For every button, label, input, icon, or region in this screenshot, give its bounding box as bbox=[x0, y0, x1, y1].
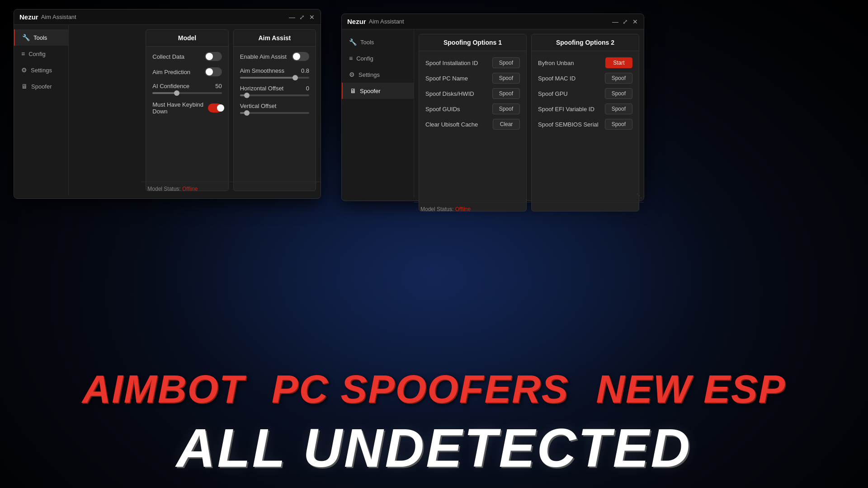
config-label-2: Config bbox=[356, 55, 373, 62]
aim-prediction-toggle[interactable] bbox=[205, 67, 222, 76]
sidebar-item-config-2[interactable]: ≡ Config bbox=[342, 50, 414, 66]
aim-panel-header: Aim Assist bbox=[234, 30, 316, 47]
aim-smoothness-value: 0.8 bbox=[301, 67, 309, 74]
main-content-1: Model Collect Data Aim Prediction bbox=[141, 25, 321, 196]
minimize-btn-2[interactable]: — bbox=[612, 19, 618, 25]
close-btn-2[interactable]: ✕ bbox=[632, 19, 638, 25]
spoofer-icon-2: 🖥 bbox=[350, 87, 356, 94]
byfron-unban-btn[interactable]: Start bbox=[605, 57, 632, 68]
maximize-btn-2[interactable]: ⤢ bbox=[622, 19, 628, 25]
spoof-efi-row: Spoof EFI Variable ID Spoof bbox=[538, 103, 632, 114]
settings-icon-1: ⚙ bbox=[21, 66, 27, 74]
spoof-disks-hwid-btn[interactable]: Spoof bbox=[492, 88, 520, 99]
spoof-efi-btn[interactable]: Spoof bbox=[605, 103, 632, 114]
spoof-gpu-row: Spoof GPU Spoof bbox=[538, 88, 632, 99]
spoof-gpu-btn[interactable]: Spoof bbox=[605, 88, 632, 99]
spoofer-label-1: Spoofer bbox=[31, 83, 52, 90]
collect-data-toggle[interactable] bbox=[205, 52, 222, 61]
panel-spoof2: Spoofing Options 2 Byfron Unban Start Sp… bbox=[531, 34, 639, 211]
sidebar-item-settings-1[interactable]: ⚙ Settings bbox=[14, 62, 68, 78]
sidebar-item-tools-1[interactable]: 🔧 Tools bbox=[14, 29, 68, 46]
enable-aim-assist-toggle[interactable] bbox=[292, 52, 309, 61]
tagline-aimbot: AIMBOT bbox=[82, 366, 245, 412]
status-label-1: Model Status: bbox=[147, 186, 180, 192]
tagline-esp: NEW ESP bbox=[596, 366, 786, 412]
spoof2-body: Byfron Unban Start Spoof MAC ID Spoof Sp… bbox=[532, 51, 639, 211]
close-btn-1[interactable]: ✕ bbox=[309, 14, 315, 20]
spoof-mac-id-btn[interactable]: Spoof bbox=[605, 73, 632, 84]
window-1-layout: 🔧 Tools ≡ Config ⚙ Settings 🖥 Spoofer Mo… bbox=[14, 25, 321, 214]
keybind-toggle[interactable] bbox=[208, 103, 222, 113]
spoofer-icon-1: 🖥 bbox=[21, 83, 28, 90]
tools-icon-1: 🔧 bbox=[22, 34, 30, 41]
ai-confidence-fill bbox=[152, 92, 177, 94]
enable-aim-assist-row: Enable Aim Assist bbox=[240, 52, 309, 61]
spoof-sembios-label: Spoof SEMBIOS Serial bbox=[538, 121, 599, 128]
spoof-mac-id-row: Spoof MAC ID Spoof bbox=[538, 73, 632, 84]
sidebar-item-config-1[interactable]: ≡ Config bbox=[14, 46, 68, 62]
spoof1-header: Spoofing Options 1 bbox=[419, 34, 526, 51]
spoof-installation-id-label: Spoof Installation ID bbox=[425, 60, 478, 66]
vertical-offset-track[interactable] bbox=[240, 112, 309, 114]
spoof-pc-name-label: Spoof PC Name bbox=[425, 75, 468, 82]
undetected-label: ALL UNDETECTED bbox=[0, 417, 868, 479]
horizontal-offset-thumb[interactable] bbox=[244, 93, 250, 98]
tools-label-2: Tools bbox=[360, 39, 374, 46]
titlebar-2: Nezur Aim Assistant — ⤢ ✕ bbox=[342, 14, 644, 29]
status-bar-1: Model Status: Offline bbox=[141, 182, 321, 196]
main-content-2: Spoofing Options 1 Spoof Installation ID… bbox=[414, 29, 644, 216]
spoof-guids-btn[interactable]: Spoof bbox=[492, 103, 520, 114]
status-bar-2: Model Status: Offline bbox=[414, 202, 644, 216]
ai-confidence-label: AI Confidence bbox=[152, 83, 189, 89]
spoof-sembios-row: Spoof SEMBIOS Serial Spoof bbox=[538, 119, 632, 130]
sidebar-item-tools-2[interactable]: 🔧 Tools bbox=[342, 34, 414, 50]
resize-handle-2[interactable]: ⋱ bbox=[637, 192, 642, 199]
model-panel-body: Collect Data Aim Prediction AI Confidenc… bbox=[146, 47, 228, 191]
horizontal-offset-header: Horizontal Offset 0 bbox=[240, 85, 309, 92]
panel-aim: Aim Assist Enable Aim Assist Aim Smoothn… bbox=[233, 29, 316, 191]
controls-2: — ⤢ ✕ bbox=[612, 19, 638, 25]
clear-ubisoft-cache-row: Clear Ubisoft Cache Clear bbox=[425, 119, 520, 130]
minimize-btn-1[interactable]: — bbox=[289, 14, 295, 20]
status-value-1: Offline bbox=[182, 186, 198, 192]
tools-icon-2: 🔧 bbox=[349, 38, 357, 46]
vertical-offset-header: Vertical Offset bbox=[240, 103, 309, 109]
sub-1: Aim Assistant bbox=[41, 14, 76, 20]
spoof2-header: Spoofing Options 2 bbox=[532, 34, 639, 51]
spoof-pc-name-row: Spoof PC Name Spoof bbox=[425, 73, 520, 84]
ai-confidence-value: 50 bbox=[215, 83, 222, 89]
aim-smoothness-thumb[interactable] bbox=[292, 75, 298, 80]
clear-ubisoft-cache-btn[interactable]: Clear bbox=[493, 119, 520, 130]
spoof-efi-label: Spoof EFI Variable ID bbox=[538, 106, 594, 113]
tools-label-1: Tools bbox=[33, 34, 47, 41]
ai-confidence-track[interactable] bbox=[152, 92, 222, 94]
spoof-pc-name-btn[interactable]: Spoof bbox=[492, 73, 520, 84]
sidebar-item-spoofer-2[interactable]: 🖥 Spoofer bbox=[342, 83, 414, 99]
brand-1: Nezur bbox=[19, 13, 38, 21]
aim-panel-body: Enable Aim Assist Aim Smoothness 0.8 bbox=[234, 47, 316, 191]
sidebar-item-spoofer-1[interactable]: 🖥 Spoofer bbox=[14, 78, 68, 94]
panel-spoof1: Spoofing Options 1 Spoof Installation ID… bbox=[419, 34, 527, 211]
title-1: Nezur Aim Assistant bbox=[19, 13, 76, 21]
spoof-gpu-label: Spoof GPU bbox=[538, 90, 568, 97]
aim-smoothness-track[interactable] bbox=[240, 77, 309, 79]
ai-confidence-thumb[interactable] bbox=[174, 90, 179, 96]
controls-1: — ⤢ ✕ bbox=[289, 14, 315, 20]
tagline-spoofers: PC SPOOFERS bbox=[272, 366, 569, 412]
horizontal-offset-label: Horizontal Offset bbox=[240, 85, 284, 92]
config-label-1: Config bbox=[28, 51, 46, 57]
spoof-installation-id-btn[interactable]: Spoof bbox=[492, 57, 520, 68]
title-2: Nezur Aim Assistant bbox=[347, 18, 404, 25]
maximize-btn-1[interactable]: ⤢ bbox=[299, 14, 305, 20]
sidebar-item-settings-2[interactable]: ⚙ Settings bbox=[342, 66, 414, 83]
vertical-offset-thumb[interactable] bbox=[244, 110, 250, 116]
config-icon-2: ≡ bbox=[349, 55, 353, 62]
horizontal-offset-track[interactable] bbox=[240, 94, 309, 96]
window-2-layout: 🔧 Tools ≡ Config ⚙ Settings 🖥 Spoofer Sp… bbox=[342, 29, 644, 216]
config-icon-1: ≡ bbox=[21, 50, 25, 57]
vertical-offset-row: Vertical Offset bbox=[240, 103, 309, 114]
panel-model: Model Collect Data Aim Prediction bbox=[146, 29, 228, 191]
ai-confidence-header: AI Confidence 50 bbox=[152, 83, 222, 89]
settings-label-2: Settings bbox=[359, 71, 380, 78]
spoof-sembios-btn[interactable]: Spoof bbox=[605, 119, 632, 130]
